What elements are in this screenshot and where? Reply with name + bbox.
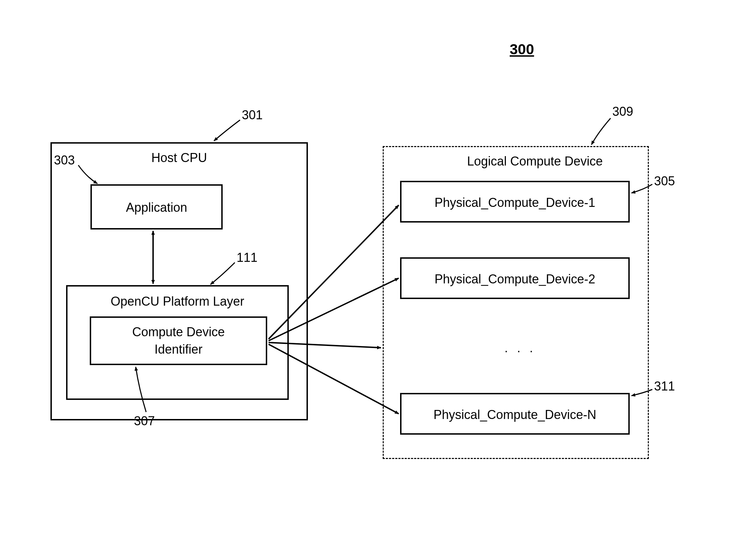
ref-309: 309 [612, 104, 633, 119]
application-label: Application [92, 200, 221, 215]
ref-311: 311 [654, 379, 675, 394]
compute-device-identifier-box: Compute Device Identifier [90, 316, 267, 365]
physical-device-1-box: Physical_Compute_Device-1 [400, 181, 630, 223]
physical-device-n-label: Physical_Compute_Device-N [401, 408, 628, 422]
physical-device-2-label: Physical_Compute_Device-2 [401, 272, 628, 287]
ref-301: 301 [242, 108, 263, 122]
ref-303: 303 [54, 153, 75, 168]
leader-309 [591, 118, 611, 145]
application-box: Application [90, 184, 223, 229]
leader-301 [214, 120, 240, 141]
physical-device-1-label: Physical_Compute_Device-1 [401, 195, 628, 210]
ellipsis: . . . [504, 341, 536, 355]
logical-compute-device-title: Logical Compute Device [429, 154, 641, 169]
ref-111: 111 [237, 250, 257, 265]
compute-device-identifier-line1: Compute Device [91, 325, 266, 339]
compute-device-identifier-line2: Identifier [91, 342, 266, 357]
figure-number: 300 [510, 41, 534, 58]
platform-layer-label: OpenCU Platform Layer [67, 294, 287, 309]
physical-device-2-box: Physical_Compute_Device-2 [400, 257, 630, 299]
ref-305: 305 [654, 174, 675, 188]
diagram-canvas: 300 Host CPU Application OpenCU Platform… [0, 0, 756, 556]
physical-device-n-box: Physical_Compute_Device-N [400, 393, 630, 435]
ref-307: 307 [134, 414, 155, 428]
host-cpu-title: Host CPU [52, 151, 307, 165]
